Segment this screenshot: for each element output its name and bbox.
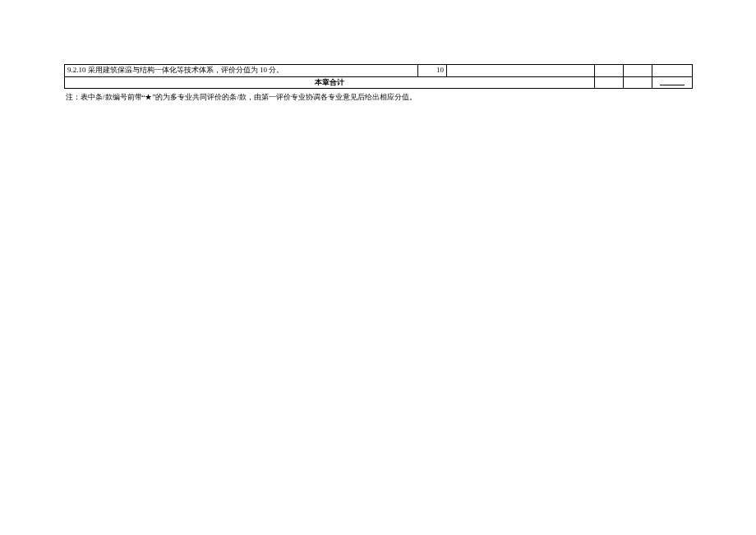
empty-cell	[447, 65, 595, 77]
footnote-text: 注：表中条/款编号前带“★”的为多专业共同评价的条/款，由第一评价专业协调各专业…	[64, 92, 692, 103]
chapter-total-label: 本章合计	[65, 76, 595, 89]
item-score: 10	[418, 65, 447, 77]
clipped-data-row: 9.2.10 采用建筑保温与结构一体化等技术体系，评价分值为 10 分。 10	[65, 65, 693, 77]
evaluation-table: 9.2.10 采用建筑保温与结构一体化等技术体系，评价分值为 10 分。 10 …	[64, 64, 693, 89]
total-value-cell	[652, 76, 693, 89]
empty-cell	[595, 76, 624, 89]
empty-cell	[652, 65, 693, 77]
empty-cell	[595, 65, 624, 77]
total-row: 本章合计	[65, 76, 693, 89]
item-description: 9.2.10 采用建筑保温与结构一体化等技术体系，评价分值为 10 分。	[65, 65, 418, 77]
empty-cell	[624, 65, 652, 77]
empty-cell	[624, 76, 652, 89]
underline-mark	[660, 85, 685, 85]
